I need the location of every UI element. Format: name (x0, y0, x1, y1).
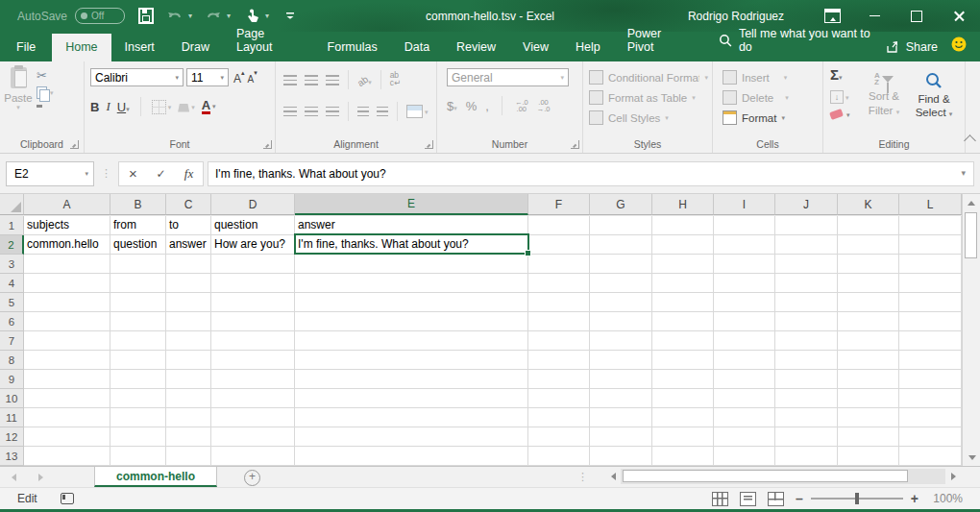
cell-L3[interactable] (899, 255, 962, 274)
underline-button[interactable]: U▾ (117, 98, 130, 115)
cell-J5[interactable] (775, 293, 838, 312)
fill-color-button[interactable]: ▾ (178, 102, 195, 112)
cell-H11[interactable] (652, 408, 714, 427)
cell-E2[interactable]: I'm fine, thanks. What about you? (295, 235, 528, 255)
cell-G3[interactable] (590, 255, 652, 274)
cell-D1[interactable]: question (211, 216, 295, 235)
cell-G5[interactable] (590, 293, 652, 312)
cell-E10[interactable] (295, 389, 528, 408)
cell-D12[interactable] (211, 427, 295, 447)
cell-H8[interactable] (652, 351, 714, 370)
vertical-scrollbar[interactable] (962, 194, 980, 466)
tab-data[interactable]: Data (391, 34, 443, 61)
cell-E13[interactable] (295, 447, 528, 466)
clipboard-dialog-launcher-icon[interactable] (70, 140, 79, 149)
cell-J6[interactable] (775, 312, 838, 331)
increase-indent-icon[interactable] (377, 107, 388, 117)
cell-G11[interactable] (590, 408, 652, 427)
alignment-dialog-launcher-icon[interactable] (425, 140, 433, 149)
cell-C3[interactable] (166, 255, 211, 274)
paste-button[interactable]: Paste ▾ (0, 67, 37, 110)
horizontal-scrollbar[interactable] (605, 469, 961, 484)
cell-G9[interactable] (590, 370, 652, 389)
cell-F11[interactable] (528, 408, 590, 427)
formula-input[interactable]: I'm fine, thanks. What about you?▾ (208, 161, 974, 186)
cell-K8[interactable] (838, 351, 899, 370)
cell-K12[interactable] (838, 427, 899, 447)
borders-button[interactable]: ▾ (152, 100, 172, 114)
cell-C2[interactable]: answer (166, 235, 211, 255)
cell-E7[interactable] (295, 331, 528, 351)
cell-B10[interactable] (110, 389, 166, 408)
page-layout-view-button[interactable] (740, 492, 756, 506)
cell-D13[interactable] (211, 447, 295, 466)
column-header-J[interactable]: J (775, 194, 838, 215)
cell-B9[interactable] (110, 370, 166, 389)
zoom-slider-thumb[interactable] (855, 493, 859, 504)
orientation-button[interactable]: ab▾ (357, 71, 372, 88)
cell-I4[interactable] (714, 274, 775, 293)
row-header-2[interactable]: 2 (0, 235, 24, 255)
cell-D9[interactable] (211, 370, 295, 389)
user-name[interactable]: Rodrigo Rodriguez (688, 10, 784, 23)
tell-me-search[interactable]: Tell me what you want to do (719, 27, 886, 61)
row-header-1[interactable]: 1 (0, 216, 24, 235)
number-format-combobox[interactable]: General▾ (447, 68, 569, 86)
undo-caret-icon[interactable]: ▾ (188, 12, 192, 20)
cell-L1[interactable] (899, 216, 962, 235)
column-header-D[interactable]: D (211, 194, 295, 215)
cell-L2[interactable] (899, 235, 962, 255)
row-header-11[interactable]: 11 (0, 408, 24, 427)
cell-I3[interactable] (714, 255, 775, 274)
enter-button[interactable]: ✓ (147, 167, 175, 181)
cell-B3[interactable] (110, 255, 166, 274)
column-header-K[interactable]: K (838, 194, 899, 215)
column-header-A[interactable]: A (24, 194, 110, 215)
align-center-icon[interactable] (305, 107, 318, 117)
zoom-slider[interactable] (811, 498, 903, 500)
tab-formulas[interactable]: Formulas (314, 34, 391, 61)
wrap-text-button[interactable]: abc↵ (390, 72, 401, 86)
tab-bar-divider[interactable]: ⋮ (577, 471, 588, 483)
cell-E4[interactable] (295, 274, 528, 293)
cell-G1[interactable] (590, 216, 652, 235)
align-left-icon[interactable] (283, 107, 297, 117)
cell-E5[interactable] (295, 293, 528, 312)
cell-G2[interactable] (590, 235, 652, 255)
cell-E8[interactable] (295, 351, 528, 370)
cell-C13[interactable] (166, 447, 211, 466)
column-header-C[interactable]: C (166, 194, 211, 215)
comma-format-button[interactable]: , (485, 99, 489, 113)
cell-F13[interactable] (528, 447, 590, 466)
top-align-icon[interactable] (283, 75, 297, 85)
copy-button[interactable]: ▾ (37, 86, 54, 99)
cell-J8[interactable] (775, 351, 838, 370)
page-break-view-button[interactable] (768, 492, 784, 506)
name-box[interactable]: E2▾ (6, 161, 94, 186)
cell-D4[interactable] (211, 274, 295, 293)
redo-caret-icon[interactable]: ▾ (227, 12, 231, 20)
cell-H12[interactable] (652, 427, 714, 447)
cell-B7[interactable] (110, 331, 166, 351)
bold-button[interactable]: B (90, 100, 99, 114)
cell-L11[interactable] (899, 408, 962, 427)
cell-A6[interactable] (24, 312, 110, 331)
tab-page-layout[interactable]: Page Layout (223, 20, 314, 61)
cell-B4[interactable] (110, 274, 166, 293)
cancel-button[interactable]: × (119, 165, 147, 182)
middle-align-icon[interactable] (305, 75, 318, 85)
cell-J12[interactable] (775, 427, 838, 447)
font-name-combobox[interactable]: Calibri▾ (90, 68, 184, 86)
vertical-scroll-thumb[interactable] (965, 212, 977, 258)
cell-H4[interactable] (652, 274, 714, 293)
zoom-out-button[interactable]: – (796, 492, 803, 505)
maximize-button[interactable] (895, 0, 938, 32)
cell-E12[interactable] (295, 427, 528, 447)
cell-F2[interactable] (528, 235, 590, 255)
cell-J11[interactable] (775, 408, 838, 427)
cell-B6[interactable] (110, 312, 166, 331)
tab-help[interactable]: Help (562, 34, 614, 61)
cell-L5[interactable] (899, 293, 962, 312)
format-as-table-button[interactable]: Format as Table▾ (589, 87, 708, 108)
cell-H1[interactable] (652, 216, 714, 235)
